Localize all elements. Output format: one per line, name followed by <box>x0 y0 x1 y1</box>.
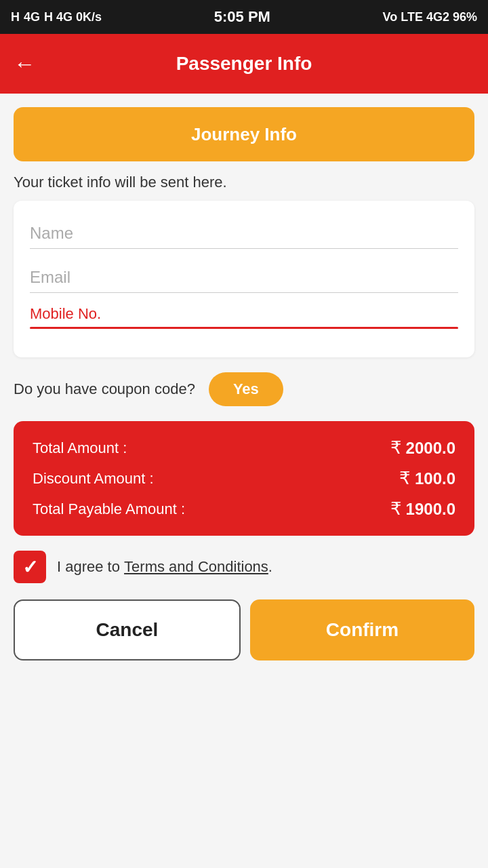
passenger-form-card: Mobile No. <box>14 201 474 357</box>
discount-amount-value: 100.0 <box>415 469 455 488</box>
mobile-label: Mobile No. <box>30 305 458 323</box>
terms-text: I agree to Terms and Conditions. <box>57 558 272 576</box>
payable-amount-row: Total Payable Amount : ₹ 1900.0 <box>33 498 455 519</box>
speed-indicator: H 4G 0K/s <box>44 10 102 24</box>
confirm-button[interactable]: Confirm <box>250 599 474 660</box>
rupee-icon-discount: ₹ <box>399 468 411 489</box>
name-input[interactable] <box>30 217 458 249</box>
status-right: Vo LTE 4G2 96% <box>383 10 477 24</box>
total-amount-label: Total Amount : <box>33 439 390 457</box>
total-amount-value: 2000.0 <box>406 439 455 458</box>
back-button[interactable]: ← <box>14 53 35 75</box>
name-field-container <box>30 217 458 249</box>
terms-prefix: I agree to <box>57 558 124 575</box>
total-amount-row: Total Amount : ₹ 2000.0 <box>33 437 455 458</box>
terms-checkbox[interactable]: ✓ <box>14 551 46 583</box>
rupee-icon-total: ₹ <box>390 437 402 458</box>
mobile-underline <box>30 327 458 329</box>
discount-amount-label: Discount Amount : <box>33 470 399 488</box>
rupee-icon-payable: ₹ <box>390 498 402 519</box>
status-left: H 4G H 4G 0K/s <box>11 10 102 24</box>
coupon-row: Do you have coupon code? Yes <box>14 372 474 406</box>
payable-amount-value: 1900.0 <box>406 500 455 519</box>
main-content: Journey Info Your ticket info will be se… <box>0 94 488 688</box>
subtitle-text: Your ticket info will be sent here. <box>14 174 474 191</box>
header: ← Passenger Info <box>0 34 488 94</box>
battery-info: Vo LTE 4G2 96% <box>383 10 477 24</box>
amount-card: Total Amount : ₹ 2000.0 Discount Amount … <box>14 421 474 536</box>
status-bar: H 4G H 4G 0K/s 5:05 PM Vo LTE 4G2 96% <box>0 0 488 34</box>
action-buttons-row: Cancel Confirm <box>14 599 474 660</box>
email-input[interactable] <box>30 261 458 293</box>
coupon-question: Do you have coupon code? <box>14 380 195 398</box>
cancel-button[interactable]: Cancel <box>14 599 241 660</box>
payable-amount-label: Total Payable Amount : <box>33 500 390 518</box>
status-time: 5:05 PM <box>214 8 270 26</box>
signal-icon: H <box>11 10 20 24</box>
page-title: Passenger Info <box>176 53 312 75</box>
mobile-field-container: Mobile No. <box>30 305 458 329</box>
network-icon: 4G <box>24 10 40 24</box>
yes-coupon-button[interactable]: Yes <box>209 372 283 406</box>
terms-suffix: . <box>268 558 272 575</box>
discount-amount-row: Discount Amount : ₹ 100.0 <box>33 468 455 489</box>
email-field-container <box>30 261 458 293</box>
journey-info-button[interactable]: Journey Info <box>14 107 474 161</box>
checkmark-icon: ✓ <box>22 556 38 578</box>
terms-link[interactable]: Terms and Conditions <box>124 558 268 575</box>
terms-row: ✓ I agree to Terms and Conditions. <box>14 551 474 583</box>
